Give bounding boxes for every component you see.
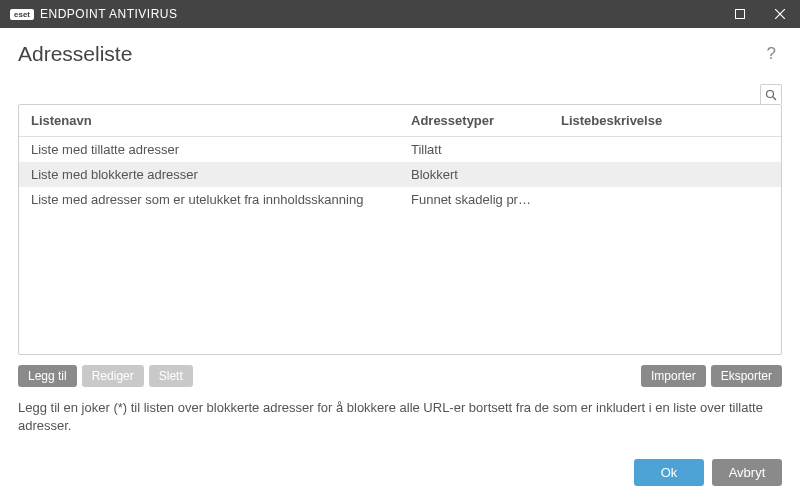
delete-button[interactable]: Slett <box>149 365 193 387</box>
cell-desc <box>549 187 781 212</box>
cell-type: Tillatt <box>399 137 549 162</box>
svg-rect-0 <box>736 10 745 19</box>
cell-desc <box>549 162 781 187</box>
brand: eset ENDPOINT ANTIVIRUS <box>10 7 177 21</box>
export-button[interactable]: Eksporter <box>711 365 782 387</box>
window-close-button[interactable] <box>760 0 800 28</box>
cancel-button[interactable]: Avbryt <box>712 459 782 486</box>
table-row[interactable]: Liste med adresser som er utelukket fra … <box>19 187 781 212</box>
table-header: Listenavn Adressetyper Listebeskrivelse <box>19 105 781 137</box>
ok-button[interactable]: Ok <box>634 459 704 486</box>
table-row[interactable]: Liste med blokkerte adresserBlokkert <box>19 162 781 187</box>
cell-name: Liste med blokkerte adresser <box>19 162 399 187</box>
column-header-type[interactable]: Adressetyper <box>399 105 549 136</box>
close-icon <box>775 9 785 19</box>
window-maximize-button[interactable] <box>720 0 760 28</box>
column-header-name[interactable]: Listenavn <box>19 105 399 136</box>
add-button[interactable]: Legg til <box>18 365 77 387</box>
dialog-footer: Ok Avbryt <box>0 449 800 500</box>
table-body: Liste med tillatte adresserTillattListe … <box>19 137 781 354</box>
svg-point-3 <box>767 90 774 97</box>
svg-line-4 <box>773 97 776 100</box>
search-button[interactable] <box>760 84 782 104</box>
cell-name: Liste med adresser som er utelukket fra … <box>19 187 399 212</box>
cell-type: Blokkert <box>399 162 549 187</box>
help-icon: ? <box>767 44 776 63</box>
hint-text: Legg til en joker (*) til listen over bl… <box>18 399 782 435</box>
column-header-desc[interactable]: Listebeskrivelse <box>549 105 781 136</box>
maximize-icon <box>735 9 745 19</box>
help-button[interactable]: ? <box>761 42 782 66</box>
cell-desc <box>549 137 781 162</box>
titlebar: eset ENDPOINT ANTIVIRUS <box>0 0 800 28</box>
import-button[interactable]: Importer <box>641 365 706 387</box>
table-row[interactable]: Liste med tillatte adresserTillatt <box>19 137 781 162</box>
brand-badge: eset <box>10 9 34 20</box>
address-list-table: Listenavn Adressetyper Listebeskrivelse … <box>18 104 782 355</box>
brand-text: ENDPOINT ANTIVIRUS <box>40 7 177 21</box>
edit-button[interactable]: Rediger <box>82 365 144 387</box>
search-icon <box>765 89 777 101</box>
cell-name: Liste med tillatte adresser <box>19 137 399 162</box>
page-title: Adresseliste <box>18 42 132 66</box>
cell-type: Funnet skadelig programv... <box>399 187 549 212</box>
